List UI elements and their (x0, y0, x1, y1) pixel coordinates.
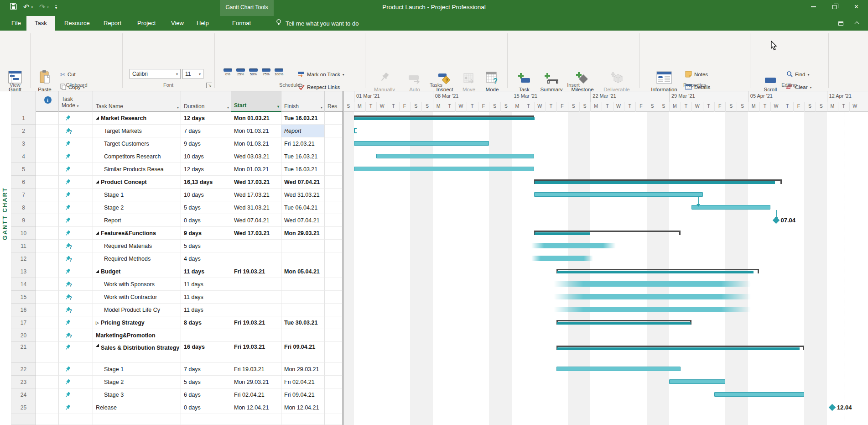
collapse-triangle-icon[interactable] (96, 116, 99, 120)
cell-start[interactable] (231, 252, 281, 265)
tab-resource[interactable]: Resource (58, 16, 96, 31)
cell-resources[interactable] (325, 176, 343, 189)
cell-task-name[interactable]: Features&Functions (93, 227, 181, 240)
cell-indicator[interactable] (36, 278, 59, 291)
cell-duration[interactable]: 5 days (181, 201, 231, 214)
gantt-summary-bar[interactable] (556, 346, 804, 352)
cell-task-mode[interactable] (59, 401, 93, 414)
row-number[interactable] (11, 414, 36, 425)
cell-finish[interactable]: Mon 29.03.21 (281, 227, 325, 240)
cell-resources[interactable] (325, 291, 343, 304)
cell-resources[interactable] (325, 376, 343, 388)
cell-indicator[interactable] (36, 163, 59, 176)
cell-indicator[interactable] (36, 189, 59, 201)
row-number[interactable]: 1 (11, 112, 36, 125)
cell-finish[interactable]: Wed 31.03.21 (281, 189, 325, 201)
close-button[interactable]: × (845, 0, 868, 14)
cell-task-mode[interactable] (59, 265, 93, 278)
cell-task-name[interactable]: Target Customers (93, 137, 181, 150)
row-number[interactable]: 23 (11, 376, 36, 388)
gantt-undated-task-bar[interactable] (531, 243, 616, 248)
tab-help[interactable]: Help (191, 16, 215, 31)
collapse-triangle-icon[interactable] (96, 231, 99, 235)
cell-finish[interactable]: Tue 16.03.21 (281, 163, 325, 176)
cell-task-mode[interactable]: ? (59, 329, 93, 342)
cell-resources[interactable] (325, 240, 343, 252)
cell-start[interactable]: Fri 02.04.21 (231, 388, 281, 401)
cell-indicator[interactable] (36, 376, 59, 388)
cell-start[interactable] (231, 278, 281, 291)
row-number[interactable]: 9 (11, 214, 36, 227)
cell-resources[interactable] (325, 342, 343, 363)
cell-duration[interactable] (181, 414, 231, 425)
gantt-task-bar[interactable] (714, 392, 804, 397)
row-number[interactable]: 5 (11, 163, 36, 176)
gantt-summary-bar[interactable] (354, 115, 534, 121)
gantt-task-bar[interactable] (691, 205, 770, 210)
row-number[interactable]: 13 (11, 265, 36, 278)
cell-start[interactable]: Mon 01.03.21 (231, 125, 281, 137)
gantt-task-bar[interactable] (354, 141, 489, 146)
cut-button[interactable]: ✄ Cut (60, 69, 76, 80)
cell-duration[interactable]: 5 days (181, 376, 231, 388)
cell-resources[interactable] (325, 278, 343, 291)
cell-duration[interactable]: 9 days (181, 137, 231, 150)
row-number[interactable]: 16 (11, 304, 36, 316)
find-button[interactable]: Find ▾ (786, 69, 809, 80)
gantt-summary-bar[interactable] (534, 231, 681, 236)
row-number[interactable]: 14 (11, 278, 36, 291)
cell-task-name[interactable]: Stage 3 (93, 388, 181, 401)
cell-task-name[interactable]: Competitors Research (93, 150, 181, 163)
cell-task-mode[interactable] (59, 137, 93, 150)
cell-resources[interactable] (325, 401, 343, 414)
cell-resources[interactable] (325, 150, 343, 163)
cell-task-name[interactable]: Product Concept (93, 176, 181, 189)
gantt-undated-task-bar[interactable] (531, 256, 593, 261)
cell-task-mode[interactable]: ? (59, 252, 93, 265)
cell-start[interactable] (231, 304, 281, 316)
cell-duration[interactable] (181, 329, 231, 342)
cell-resources[interactable] (325, 201, 343, 214)
cell-task-name[interactable]: Model Product Life Cy (93, 304, 181, 316)
cell-task-mode[interactable]: ? (59, 240, 93, 252)
cell-task-mode[interactable] (59, 201, 93, 214)
row-number[interactable]: 21 (11, 342, 36, 363)
row-number-header[interactable] (11, 91, 36, 112)
cell-start[interactable]: Mon 29.03.21 (231, 376, 281, 388)
cell-start[interactable]: Mon 01.03.21 (231, 137, 281, 150)
gantt-summary-bar[interactable] (534, 179, 782, 185)
cell-task-name[interactable]: ▷Pricing Strategy (93, 316, 181, 329)
task-name-header[interactable]: Task Name▾ (93, 91, 181, 112)
row-number[interactable]: 4 (11, 150, 36, 163)
row-number[interactable]: 11 (11, 240, 36, 252)
cell-duration[interactable]: 10 days (181, 189, 231, 201)
font-size-select[interactable]: 11▾ (182, 69, 203, 79)
cell-start[interactable]: Wed 17.03.21 (231, 189, 281, 201)
insert-summary-button[interactable]: Summary (537, 63, 566, 93)
gantt-task-bar[interactable] (354, 167, 534, 171)
cell-indicator[interactable] (36, 214, 59, 227)
cell-task-mode[interactable] (59, 363, 93, 376)
cell-duration[interactable]: 0 days (181, 401, 231, 414)
minimize-button[interactable] (803, 0, 824, 14)
row-number[interactable]: 7 (11, 189, 36, 201)
cell-start[interactable]: Mon 01.03.21 (231, 163, 281, 176)
indicator-column-header[interactable]: i (36, 91, 59, 112)
row-number[interactable]: 15 (11, 291, 36, 304)
gantt-task-bar[interactable] (534, 192, 703, 197)
collapse-triangle-icon[interactable] (96, 270, 99, 273)
tab-task[interactable]: Task (26, 16, 55, 31)
tab-view[interactable]: View (165, 16, 190, 31)
gantt-undated-task-bar[interactable] (554, 281, 751, 287)
tab-format[interactable]: Format (226, 16, 257, 31)
cell-duration[interactable]: 16,13 days (181, 176, 231, 189)
cell-start[interactable]: Fri 19.03.21 (231, 342, 281, 363)
cell-indicator[interactable] (36, 227, 59, 240)
cell-task-mode[interactable] (59, 176, 93, 189)
cell-indicator[interactable] (36, 240, 59, 252)
cell-start[interactable] (231, 329, 281, 342)
cell-indicator[interactable] (36, 316, 59, 329)
gantt-start-bracket[interactable] (354, 128, 357, 133)
cell-resources[interactable] (325, 414, 343, 425)
row-number[interactable]: 2 (11, 125, 36, 137)
